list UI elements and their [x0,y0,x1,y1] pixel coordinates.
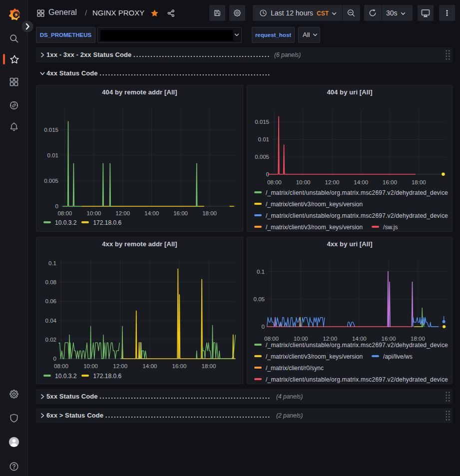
svg-text:10:00: 10:00 [296,179,311,185]
svg-text:0.015: 0.015 [255,119,269,125]
svg-text:08:00: 08:00 [264,336,279,342]
svg-text:16:00: 16:00 [383,179,397,185]
svg-text:08:00: 08:00 [54,363,68,369]
svg-text:0.1: 0.1 [48,260,56,266]
svg-text:0.06: 0.06 [45,298,56,304]
svg-text:0.04: 0.04 [45,318,57,324]
svg-text:18:00: 18:00 [202,210,217,216]
svg-text:14:00: 14:00 [352,336,367,342]
svg-text:12:00: 12:00 [113,363,127,369]
svg-text:12:00: 12:00 [323,336,337,342]
svg-text:16:00: 16:00 [382,336,396,342]
svg-text:0: 0 [262,324,265,330]
svg-text:18:00: 18:00 [411,336,425,342]
svg-text:10:00: 10:00 [86,210,101,216]
svg-text:10:00: 10:00 [294,336,308,342]
svg-text:16:00: 16:00 [172,363,187,369]
svg-text:0.01: 0.01 [47,152,58,158]
svg-text:08:00: 08:00 [57,210,72,216]
svg-text:14:00: 14:00 [144,210,159,216]
svg-text:0: 0 [55,203,58,209]
svg-text:14:00: 14:00 [354,179,368,185]
svg-text:12:00: 12:00 [325,179,340,185]
svg-text:18:00: 18:00 [412,179,426,185]
svg-text:10:00: 10:00 [83,363,98,369]
svg-text:0.05: 0.05 [254,296,265,302]
svg-text:18:00: 18:00 [202,363,216,369]
svg-text:0.005: 0.005 [255,154,269,160]
svg-text:0.005: 0.005 [44,178,58,184]
svg-text:0.08: 0.08 [45,279,56,285]
svg-text:14:00: 14:00 [142,363,157,369]
svg-text:16:00: 16:00 [173,210,188,216]
svg-text:0.02: 0.02 [45,337,56,343]
svg-text:12:00: 12:00 [115,210,130,216]
svg-text:0: 0 [53,356,56,362]
svg-text:0.01: 0.01 [258,136,269,142]
svg-text:08:00: 08:00 [267,179,282,185]
svg-text:0.1: 0.1 [257,269,265,275]
svg-text:0.015: 0.015 [44,127,58,133]
